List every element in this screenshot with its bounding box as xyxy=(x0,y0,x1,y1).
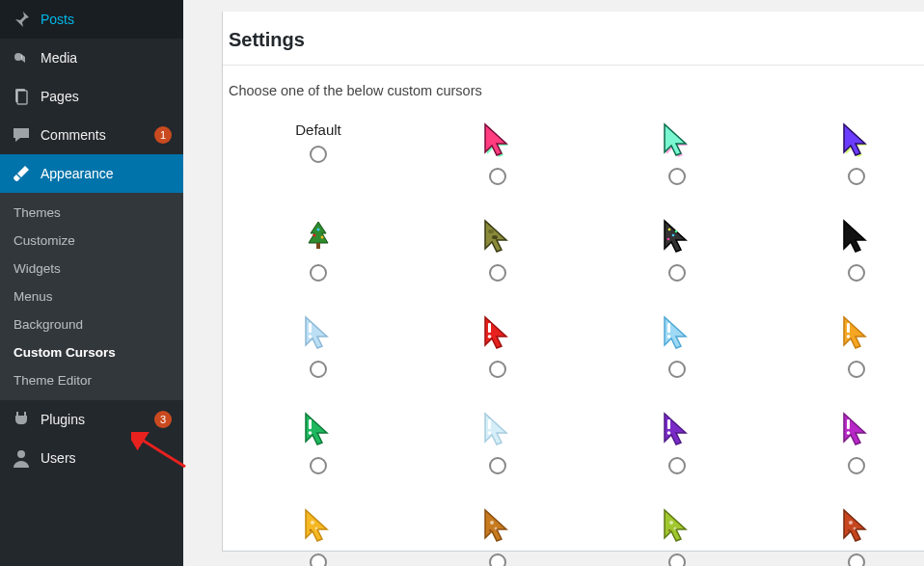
cursor-option-pink-neon xyxy=(408,121,587,201)
cursor-option-tree xyxy=(229,218,408,297)
cursor-option-food-fruit xyxy=(408,507,587,566)
cursor-icon xyxy=(658,507,696,546)
svg-point-26 xyxy=(488,431,492,435)
cursor-radio[interactable] xyxy=(310,264,327,282)
cursor-option-ex-green xyxy=(229,411,408,490)
cursor-option-ex-sky xyxy=(587,314,767,393)
cursor-radio[interactable] xyxy=(848,457,865,474)
svg-point-7 xyxy=(317,229,320,231)
svg-point-24 xyxy=(309,431,313,435)
brush-icon xyxy=(12,164,31,183)
cursor-grid: Default xyxy=(229,121,918,566)
cursor-option-camo xyxy=(408,218,587,297)
main-content: Settings Choose one of the below custom … xyxy=(183,0,924,566)
cursor-radio[interactable] xyxy=(848,361,865,378)
svg-point-37 xyxy=(669,521,673,525)
sidebar-item-appearance[interactable]: Appearance xyxy=(0,154,183,193)
cursor-radio[interactable] xyxy=(668,264,686,282)
svg-point-33 xyxy=(310,529,312,531)
svg-point-38 xyxy=(674,527,677,530)
svg-rect-15 xyxy=(309,323,312,333)
cursor-radio[interactable] xyxy=(668,553,686,566)
cursor-radio[interactable] xyxy=(310,361,327,378)
cursor-icon xyxy=(478,218,517,256)
cursor-radio[interactable] xyxy=(489,361,506,378)
cursor-radio[interactable] xyxy=(848,553,865,566)
cursor-radio[interactable] xyxy=(668,457,686,474)
sidebar-label: Appearance xyxy=(41,166,172,181)
svg-point-13 xyxy=(667,238,670,241)
cursor-icon xyxy=(658,314,696,353)
sidebar-item-comments[interactable]: Comments 1 xyxy=(0,116,183,154)
default-label: Default xyxy=(295,121,341,138)
page-icon xyxy=(12,87,31,106)
sidebar-item-media[interactable]: Media xyxy=(0,39,183,77)
cursor-radio[interactable] xyxy=(489,168,506,185)
cursor-option-black xyxy=(767,218,924,297)
submenu-themes[interactable]: Themes xyxy=(0,199,183,227)
submenu-menus[interactable]: Menus xyxy=(0,283,183,310)
cursor-icon xyxy=(478,121,517,160)
svg-point-5 xyxy=(313,234,316,237)
svg-point-11 xyxy=(668,229,671,231)
svg-rect-29 xyxy=(847,419,850,429)
svg-rect-21 xyxy=(847,323,850,333)
svg-rect-3 xyxy=(17,91,27,104)
submenu-background[interactable]: Background xyxy=(0,310,183,338)
cursor-icon xyxy=(837,121,876,160)
submenu-customize[interactable]: Customize xyxy=(0,227,183,255)
cursor-radio[interactable] xyxy=(310,553,327,566)
cursor-option-ex-pale xyxy=(408,411,587,490)
comment-icon xyxy=(12,125,31,145)
cursor-option-ex-purple xyxy=(587,411,767,490)
svg-point-34 xyxy=(490,521,494,525)
cursor-icon xyxy=(658,411,696,449)
page-title: Settings xyxy=(223,12,924,66)
cursor-radio[interactable] xyxy=(668,168,686,185)
cursor-option-confetti xyxy=(587,218,767,297)
cursor-icon xyxy=(299,411,338,449)
sidebar-label: Media xyxy=(41,50,172,66)
cursor-icon xyxy=(837,218,876,256)
submenu-widgets[interactable]: Widgets xyxy=(0,255,183,283)
submenu-custom-cursors[interactable]: Custom Cursors xyxy=(0,338,183,366)
sidebar-item-posts[interactable]: Posts xyxy=(0,0,183,39)
svg-rect-17 xyxy=(488,323,491,333)
settings-subtitle: Choose one of the below custom cursors xyxy=(229,83,918,98)
sidebar-item-users[interactable]: Users xyxy=(0,439,183,477)
svg-point-4 xyxy=(17,450,25,458)
user-icon xyxy=(12,448,31,468)
cursor-radio[interactable] xyxy=(310,457,327,474)
cursor-icon xyxy=(478,411,517,449)
svg-point-0 xyxy=(14,53,22,61)
cursor-radio[interactable] xyxy=(489,457,506,474)
submenu-theme-editor[interactable]: Theme Editor xyxy=(0,366,183,394)
cursor-radio[interactable] xyxy=(848,264,865,282)
cursor-icon xyxy=(478,314,517,353)
sidebar-label: Posts xyxy=(41,12,172,27)
svg-rect-23 xyxy=(309,419,312,429)
cursor-radio[interactable] xyxy=(668,361,686,378)
cursor-option-food-kiwi xyxy=(587,507,767,566)
svg-rect-19 xyxy=(667,323,670,333)
svg-point-41 xyxy=(854,527,856,530)
sidebar-label: Users xyxy=(41,450,172,466)
cursor-icon xyxy=(478,507,517,546)
svg-point-22 xyxy=(847,335,851,338)
cursor-radio[interactable] xyxy=(489,553,506,566)
cursor-radio[interactable] xyxy=(489,264,506,282)
cursor-option-food-choco xyxy=(767,507,924,566)
svg-point-20 xyxy=(667,335,671,338)
cursor-option-purple-neon xyxy=(767,121,924,201)
cursor-option-food-yellow xyxy=(229,507,408,566)
sidebar-label: Comments xyxy=(41,127,150,143)
cursor-radio[interactable] xyxy=(848,168,865,185)
cursor-option-ex-lightblue xyxy=(229,314,408,393)
cursor-option-ex-red xyxy=(408,314,587,393)
cursor-icon xyxy=(299,507,338,546)
svg-point-31 xyxy=(311,521,314,525)
media-icon xyxy=(12,48,31,67)
sidebar-item-pages[interactable]: Pages xyxy=(0,77,183,116)
cursor-radio[interactable] xyxy=(310,146,327,163)
sidebar-item-plugins[interactable]: Plugins 3 xyxy=(0,400,183,439)
